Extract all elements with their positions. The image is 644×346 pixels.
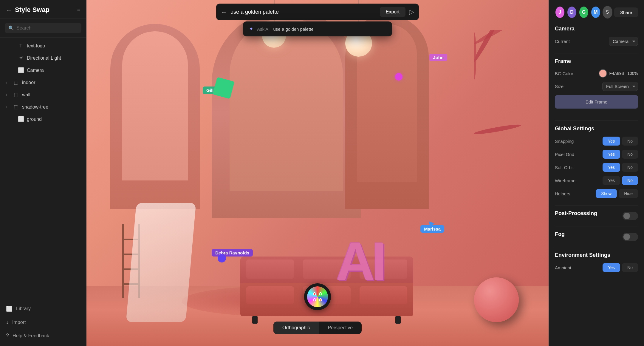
- tree-label-ground: ground: [27, 117, 42, 122]
- helpers-show[interactable]: Show: [596, 189, 617, 198]
- wireframe-group: Yes No: [603, 176, 638, 185]
- color-wheel-widget[interactable]: [304, 283, 331, 310]
- sidebar-footer: ⬜ Library ↓ Import ? Help & Feedback: [0, 298, 86, 346]
- color-dot-orange: [319, 298, 322, 301]
- tree-item-text-logo[interactable]: T text-logo: [0, 40, 86, 52]
- frame-section: Frame BG Color F4A89B 100% Size Full Scr…: [555, 58, 638, 113]
- pink-dot-cursor: [395, 73, 402, 81]
- avatar-count[interactable]: 5: [603, 6, 612, 18]
- divider-4: [555, 226, 638, 226]
- color-swatch[interactable]: [599, 69, 607, 78]
- post-processing-title: Post-Processing: [555, 210, 597, 217]
- sidebar-import[interactable]: ↓ Import: [0, 316, 86, 329]
- ai-letters: AI: [336, 231, 384, 292]
- arch-left-inner: [122, 31, 188, 180]
- palm-leaves: [474, 30, 534, 149]
- share-button[interactable]: Share: [614, 7, 638, 17]
- chevron-wall[interactable]: ›: [6, 92, 10, 97]
- snapping-yes[interactable]: Yes: [603, 137, 620, 146]
- search-box: 🔍: [5, 23, 81, 33]
- camera-section-title: Camera: [555, 26, 638, 32]
- size-select[interactable]: Full Screen: [602, 82, 638, 91]
- bg-color-row: BG Color F4A89B 100%: [555, 69, 638, 78]
- avatar-m[interactable]: M: [591, 6, 601, 18]
- divider-1: [555, 53, 638, 53]
- snapping-no[interactable]: No: [622, 137, 638, 146]
- frame-section-title: Frame: [555, 58, 638, 64]
- orthographic-button[interactable]: Orthographic: [273, 322, 319, 334]
- divider-3: [555, 205, 638, 206]
- toggle-knob-fog: [623, 234, 630, 240]
- snapping-group: Yes No: [603, 137, 638, 146]
- tree-label-directional-light: Directional Light: [27, 55, 61, 61]
- menu-icon[interactable]: ≡: [77, 7, 80, 13]
- ambient-yes[interactable]: Yes: [603, 263, 620, 272]
- sidebar-search: 🔍: [0, 19, 86, 38]
- perspective-button[interactable]: Perspective: [319, 322, 362, 334]
- soft-orbit-row: Soft Orbit Yes No: [555, 163, 638, 172]
- avatar-j[interactable]: J: [555, 6, 565, 18]
- size-row: Size Full Screen: [555, 82, 638, 91]
- tree-item-directional-light[interactable]: ☀ Directional Light: [0, 52, 86, 64]
- tree-label-camera: Camera: [27, 68, 44, 73]
- camera-select[interactable]: Camera: [609, 37, 638, 46]
- pixel-grid-no[interactable]: No: [622, 150, 638, 159]
- library-icon: ⬜: [6, 305, 13, 312]
- import-label: Import: [12, 320, 26, 325]
- snapping-row: Snapping Yes No: [555, 137, 638, 146]
- search-bar-input[interactable]: [230, 9, 376, 15]
- edit-frame-button[interactable]: Edit Frame: [555, 95, 638, 109]
- helpers-label: Helpers: [555, 191, 570, 196]
- wireframe-no[interactable]: No: [622, 176, 638, 185]
- canvas-area[interactable]: AI John Gill Marissa Debra Raynolds ← Ex…: [86, 0, 549, 346]
- purple-dot-cursor: [218, 254, 226, 262]
- tree-item-camera[interactable]: ⬜ Camera: [0, 64, 86, 76]
- ambient-no[interactable]: No: [622, 263, 638, 272]
- soft-orbit-yes[interactable]: Yes: [603, 163, 620, 172]
- light-icon: ☀: [18, 55, 24, 61]
- soft-orbit-no[interactable]: No: [622, 163, 638, 172]
- group-icon-wall: ⬚: [13, 92, 19, 98]
- ai-sparkle-icon: ✦: [249, 26, 253, 32]
- sidebar-help[interactable]: ? Help & Feedback: [0, 329, 86, 342]
- scene-tree: T text-logo ☀ Directional Light ⬜ Camera…: [0, 38, 86, 298]
- tree-item-ground[interactable]: ⬜ ground: [0, 113, 86, 125]
- tree-item-shadow-tree[interactable]: › ⬚ shadow-tree: [0, 101, 86, 113]
- back-button[interactable]: ←: [6, 7, 12, 13]
- tree-label-shadow-tree: shadow-tree: [22, 104, 48, 110]
- sidebar-header-left: ← Style Swap: [6, 6, 49, 14]
- chevron-indoor[interactable]: ›: [6, 80, 10, 85]
- avatar-g[interactable]: G: [579, 6, 589, 18]
- post-processing-toggle[interactable]: [623, 212, 638, 220]
- item-icon-ground: ⬜: [18, 116, 24, 122]
- ai-suggestion-dropdown[interactable]: ✦ Ask AI use a golden palette: [243, 21, 392, 36]
- sidebar-title: Style Swap: [15, 6, 49, 14]
- sidebar-library[interactable]: ⬜ Library: [0, 302, 86, 316]
- group-icon-indoor: ⬚: [13, 79, 19, 86]
- ambient-row: Ambient Yes No: [555, 263, 638, 272]
- helpers-hide[interactable]: Hide: [619, 189, 638, 198]
- camera-current-row: Current Camera: [555, 37, 638, 46]
- wireframe-yes[interactable]: Yes: [603, 176, 620, 185]
- avatar-d[interactable]: D: [567, 6, 577, 18]
- chevron-shadow-tree[interactable]: ›: [6, 105, 10, 109]
- toggle-knob-pp: [623, 213, 630, 219]
- fog-toggle[interactable]: [623, 233, 638, 241]
- search-input[interactable]: [16, 25, 78, 31]
- library-label: Library: [16, 306, 31, 311]
- pixel-grid-yes[interactable]: Yes: [603, 150, 620, 159]
- play-button[interactable]: ▷: [409, 8, 414, 16]
- tree-label-indoor: indoor: [22, 80, 35, 85]
- divider-5: [555, 247, 638, 247]
- john-cursor: John: [429, 54, 447, 61]
- right-panel: J D G M 5 Share Camera Current Camera Fr…: [549, 0, 644, 346]
- current-label: Current: [555, 39, 570, 44]
- tree-item-indoor[interactable]: › ⬚ indoor: [0, 76, 86, 89]
- tree-item-wall[interactable]: › ⬚ wall: [0, 89, 86, 101]
- color-hex: F4A89B: [609, 71, 625, 76]
- snapping-label: Snapping: [555, 139, 574, 144]
- export-button[interactable]: Export: [380, 7, 405, 17]
- size-label: Size: [555, 84, 564, 89]
- search-back-button[interactable]: ←: [221, 9, 227, 16]
- post-processing-row: Post-Processing: [555, 210, 638, 221]
